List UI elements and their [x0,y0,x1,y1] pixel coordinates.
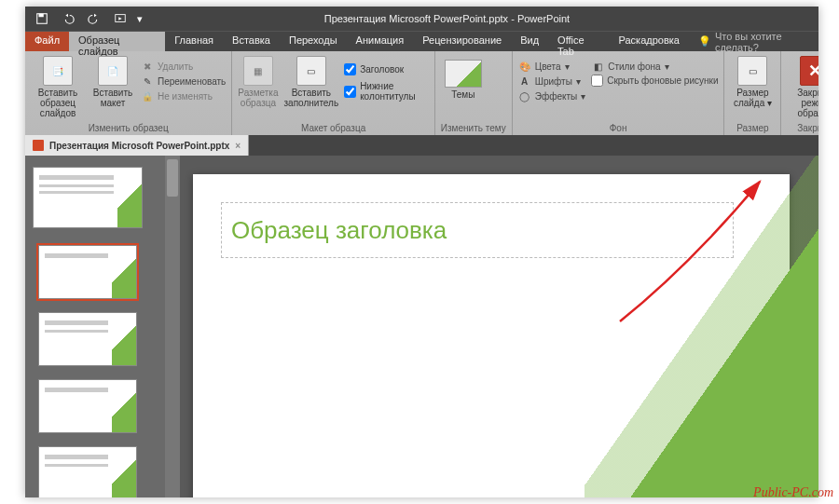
edit-master-actions: ✖Удалить ✎Переименовать 🔒Не изменять [141,54,226,102]
group-master-layout: ▦ Разметка образца ▭ Вставить заполнител… [232,51,435,135]
tab-insert[interactable]: Вставка [223,32,280,51]
theme-thumb-icon [445,60,482,88]
title-checkbox[interactable]: Заголовок [344,63,429,75]
svg-rect-1 [39,14,44,18]
rename-button[interactable]: ✎Переименовать [141,75,226,88]
save-button[interactable] [29,7,55,31]
rename-icon: ✎ [141,75,154,88]
group-background: 🎨Цвета ▾ AШрифты ▾ ◯Эффекты ▾ ◧Стили фон… [513,51,725,135]
insert-placeholder-button[interactable]: ▭ Вставить заполнитель [284,54,339,108]
thumbnail-scrollbar[interactable] [165,156,180,497]
start-from-beginning-button[interactable] [107,7,133,31]
layout-icon: 📄 [98,56,128,86]
placeholder-icon: ▭ [296,56,326,86]
effects-icon: ◯ [518,89,531,102]
group-size: ▭ Размер слайда ▾ Размер [724,51,781,135]
themes-button[interactable]: Темы [441,54,486,100]
group-edit-master: 📑 Вставить образец слайдов 📄 Вставить ма… [25,51,232,135]
thumbnail-pane[interactable] [25,156,165,497]
insert-slide-master-button[interactable]: 📑 Вставить образец слайдов [31,54,85,118]
qa-customize-icon[interactable]: ▾ [133,7,146,31]
powerpoint-file-icon [33,140,44,151]
tab-storyboard[interactable]: Раскадровка [610,32,689,51]
footers-checkbox[interactable]: Нижние колонтитулы [344,81,429,102]
slide-master-icon: 📑 [43,56,73,86]
fonts-icon: A [518,75,531,88]
close-tab-icon[interactable]: × [235,141,241,151]
slide-master[interactable]: Образец заголовка [193,174,790,497]
master-thumbnail[interactable] [33,167,143,228]
colors-button[interactable]: 🎨Цвета ▾ [518,60,585,73]
tab-review[interactable]: Рецензирование [413,32,511,51]
document-tab[interactable]: Презентация Microsoft PowerPoint.pptx × [25,135,249,156]
slide-size-button[interactable]: ▭ Размер слайда ▾ [730,54,775,108]
lightbulb-icon: 💡 [698,35,711,48]
preserve-button[interactable]: 🔒Не изменять [141,89,226,102]
delete-icon: ✖ [141,60,154,73]
workspace: Образец заголовка [25,156,818,497]
slide-size-icon: ▭ [737,56,767,86]
ribbon: 📑 Вставить образец слайдов 📄 Вставить ма… [25,51,818,135]
group-edit-theme: Темы Изменить тему [435,51,513,135]
tab-office-tab[interactable]: Office Tab [548,32,609,51]
layout-thumbnail-1[interactable] [38,245,137,299]
layout-thumbnail-3[interactable] [38,379,137,433]
tab-animations[interactable]: Анимация [347,32,414,51]
redo-button[interactable] [81,7,107,31]
quick-access-toolbar: ▾ [25,7,150,31]
undo-button[interactable] [55,7,81,31]
group-close: ✕ Закрыть режим образца Закрыть [781,51,818,135]
colors-icon: 🎨 [518,60,531,73]
tab-file[interactable]: Файл [25,32,69,51]
preserve-icon: 🔒 [141,89,154,102]
close-icon: ✕ [800,56,818,86]
tab-view[interactable]: Вид [511,32,548,51]
master-layout-button[interactable]: ▦ Разметка образца [238,54,278,108]
layout-thumbnail-2[interactable] [38,312,137,366]
fonts-button[interactable]: AШрифты ▾ [518,75,585,88]
watermark: Public-PC.com [753,485,833,500]
app-window: ▾ Презентация Microsoft PowerPoint.pptx … [25,7,818,497]
tab-slide-master[interactable]: Образец слайдов [69,32,165,51]
tab-transitions[interactable]: Переходы [280,32,347,51]
close-master-view-button[interactable]: ✕ Закрыть режим образца [787,54,818,118]
titlebar: ▾ Презентация Microsoft PowerPoint.pptx … [25,7,818,31]
window-title: Презентация Microsoft PowerPoint.pptx - … [150,13,744,24]
master-layout-icon: ▦ [243,56,273,86]
ribbon-tabbar: Файл Образец слайдов Главная Вставка Пер… [25,31,818,51]
tell-me-search[interactable]: 💡 Что вы хотите сделать? [698,32,818,51]
document-tab-strip: Презентация Microsoft PowerPoint.pptx × [25,135,818,156]
bg-styles-icon: ◧ [591,60,604,73]
insert-layout-button[interactable]: 📄 Вставить макет [90,54,135,108]
title-placeholder[interactable]: Образец заголовка [221,202,734,258]
hide-background-checkbox[interactable]: Скрыть фоновые рисунки [591,75,718,87]
effects-button[interactable]: ◯Эффекты ▾ [518,89,585,102]
slide-canvas-area[interactable]: Образец заголовка [165,156,818,497]
background-styles-button[interactable]: ◧Стили фона ▾ [591,60,718,73]
delete-button[interactable]: ✖Удалить [141,60,226,73]
tab-home[interactable]: Главная [165,32,223,51]
layout-thumbnail-4[interactable] [38,446,137,497]
